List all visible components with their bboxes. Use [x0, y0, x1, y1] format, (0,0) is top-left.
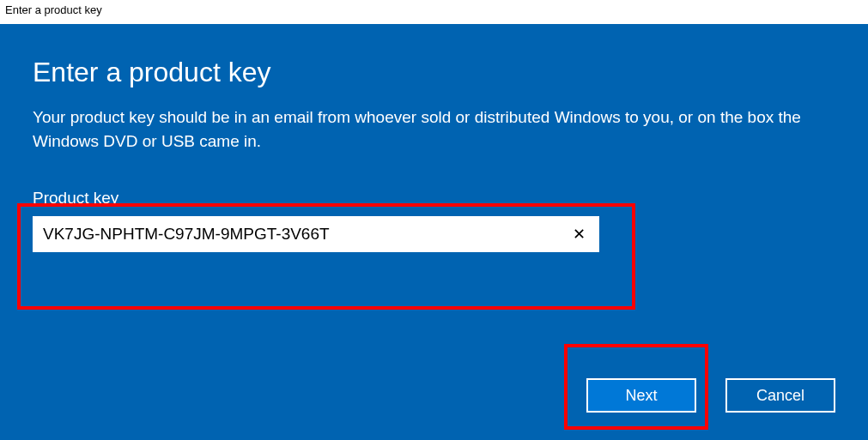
clear-icon[interactable]: ✕ — [568, 225, 591, 244]
window-title: Enter a product key — [0, 0, 868, 24]
main-panel: Enter a product key Your product key sho… — [0, 24, 868, 440]
product-key-input-wrap[interactable]: ✕ — [33, 216, 599, 252]
page-heading: Enter a product key — [33, 57, 835, 88]
product-key-input[interactable] — [43, 225, 568, 244]
product-key-field-area: Product key ✕ — [33, 189, 835, 252]
next-button[interactable]: Next — [586, 378, 696, 413]
button-row: Next Cancel — [586, 378, 835, 413]
cancel-button[interactable]: Cancel — [725, 378, 835, 413]
instruction-text: Your product key should be in an email f… — [33, 105, 822, 153]
product-key-label: Product key — [33, 189, 835, 208]
